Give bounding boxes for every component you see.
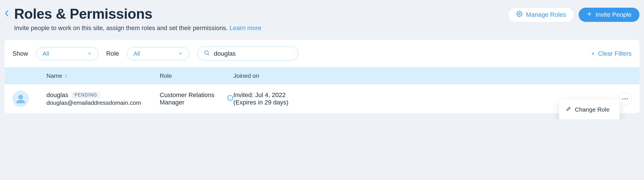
clear-filters-button[interactable]: Clear Filters: [591, 50, 632, 57]
joined-invited: Invited: Jul 4, 2022: [233, 91, 369, 99]
learn-more-link[interactable]: Learn more: [230, 24, 262, 32]
page-subtitle: Invite people to work on this site, assi…: [14, 24, 503, 32]
row-more-button[interactable]: [619, 92, 632, 105]
clear-filters-label: Clear Filters: [598, 50, 632, 57]
close-icon: [591, 50, 595, 57]
table-header: Name ↑ Role Joined on: [5, 67, 639, 84]
avatar: [12, 91, 29, 107]
user-name: douglas: [46, 91, 68, 99]
chevron-down-icon: [178, 50, 183, 57]
show-filter-select[interactable]: All: [36, 47, 98, 60]
search-icon: [204, 50, 210, 57]
column-header-name[interactable]: Name ↑: [46, 72, 160, 79]
role-filter-select[interactable]: All: [127, 47, 189, 60]
content-panel: Show All Role All Clear Filters: [5, 40, 639, 114]
pencil-icon: [566, 106, 571, 113]
role-filter-value: All: [133, 50, 140, 57]
filter-bar: Show All Role All Clear Filters: [5, 40, 639, 67]
menu-resend-invite-label: Resend Invite: [575, 119, 611, 119]
svg-point-6: [627, 98, 628, 99]
user-role: Customer Relations Manager: [160, 91, 223, 106]
svg-point-4: [622, 98, 623, 99]
mail-icon: [566, 119, 571, 119]
manage-roles-button[interactable]: Manage Roles: [508, 7, 574, 22]
gear-icon: [516, 11, 523, 19]
status-badge: PENDING: [72, 92, 100, 99]
menu-change-role-label: Change Role: [575, 106, 610, 113]
plus-icon: [587, 11, 592, 18]
column-name-label: Name: [46, 72, 62, 79]
svg-point-1: [205, 51, 208, 55]
sort-ascending-icon: ↑: [65, 72, 68, 79]
invite-people-label: Invite People: [596, 11, 632, 18]
svg-point-5: [624, 98, 626, 99]
show-filter-value: All: [42, 50, 49, 57]
user-email: douglas@emailaddressdomain.com: [46, 99, 160, 106]
page-title: Roles & Permissions: [14, 6, 503, 22]
role-label: Role: [106, 50, 119, 57]
manage-roles-label: Manage Roles: [526, 11, 566, 18]
invite-people-button[interactable]: Invite People: [579, 8, 639, 22]
show-label: Show: [12, 50, 28, 57]
menu-resend-invite[interactable]: Resend Invite: [559, 116, 620, 119]
column-header-role[interactable]: Role: [160, 72, 233, 79]
search-input[interactable]: [214, 50, 292, 57]
row-context-menu: Change Role Resend Invite Get Invite Lin…: [559, 99, 620, 119]
info-icon[interactable]: [227, 95, 233, 103]
chevron-down-icon: [87, 50, 92, 57]
subtitle-text: Invite people to work on this site, assi…: [14, 24, 230, 32]
joined-expires: (Expires in 29 days): [233, 99, 369, 106]
svg-point-0: [519, 13, 520, 15]
svg-point-2: [18, 95, 23, 99]
back-button[interactable]: [5, 6, 9, 18]
menu-change-role[interactable]: Change Role: [559, 103, 620, 116]
table-row: douglas PENDING douglas@emailaddressdoma…: [5, 84, 639, 114]
search-field[interactable]: [197, 47, 298, 60]
column-header-joined[interactable]: Joined on: [233, 72, 369, 79]
